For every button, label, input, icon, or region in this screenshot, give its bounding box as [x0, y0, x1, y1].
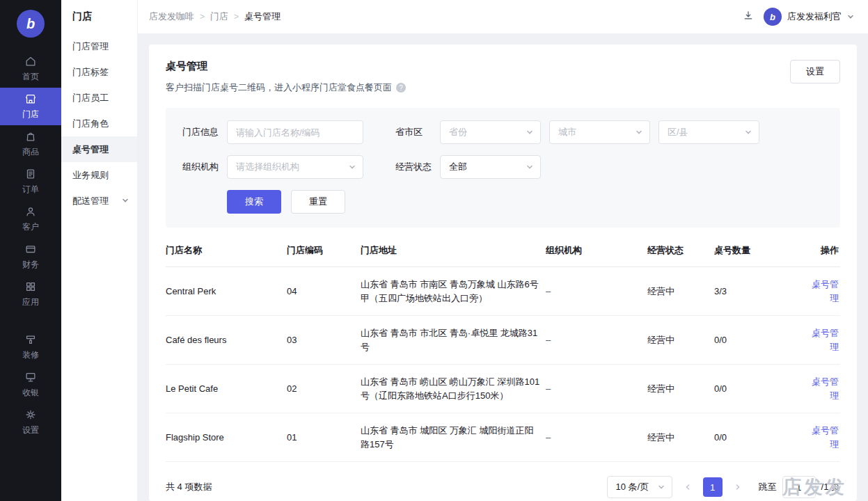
sidebar-item-decorate[interactable]: 装修	[0, 328, 61, 366]
sidebar-item-store[interactable]: 门店	[0, 88, 61, 125]
page-size-select[interactable]: 10 条/页	[607, 476, 672, 498]
table-row: Central Perk 04 山东省 青岛市 市南区 青岛万象城 山东路6号甲…	[166, 267, 840, 316]
submenu-item-table-management[interactable]: 桌号管理	[61, 136, 137, 162]
store-info-label: 门店信息	[182, 126, 219, 138]
content-area: 店发发咖啡 > 门店 > 桌号管理 b 店发发福利官 桌号管理	[138, 0, 868, 501]
submenu-item-delivery-management[interactable]: 配送管理	[61, 188, 137, 214]
chevron-down-icon	[745, 127, 752, 138]
org-select[interactable]: 请选择组织机构	[227, 155, 363, 179]
sidebar-item-label: 收银	[22, 387, 39, 399]
prev-page-button[interactable]	[678, 477, 697, 497]
chevron-down-icon	[526, 127, 533, 138]
table-manage-link[interactable]: 桌号管理	[812, 376, 839, 401]
cell-count: 3/3	[714, 274, 806, 309]
avatar: b	[764, 8, 782, 26]
logo-glyph: b	[26, 16, 35, 32]
breadcrumb-item-brand[interactable]: 店发发咖啡	[149, 10, 194, 23]
sidebar-item-label: 客户	[22, 221, 39, 233]
cell-action: 桌号管理	[806, 267, 840, 315]
store-icon	[24, 93, 37, 105]
cell-name: Le Petit Cafe	[166, 372, 287, 406]
primary-sidebar: b 首页 门店 商品 订单 客户 财务 应用	[0, 0, 61, 501]
chevron-down-icon	[636, 127, 642, 138]
filter-row-2: 组织机构 请选择组织机构 经营状态 全部	[182, 155, 823, 179]
sidebar-item-apps[interactable]: 应用	[0, 276, 61, 313]
cell-name: Café des fleurs	[166, 323, 287, 358]
col-store-address: 门店地址	[361, 234, 546, 267]
sidebar-item-label: 商品	[22, 146, 39, 158]
sidebar-item-orders[interactable]: 订单	[0, 163, 61, 200]
district-select[interactable]: 区/县	[658, 120, 759, 144]
download-icon[interactable]	[743, 10, 754, 24]
sidebar-item-label: 设置	[22, 424, 39, 436]
app-logo[interactable]: b	[17, 10, 45, 38]
sidebar-item-settings[interactable]: 设置	[0, 404, 61, 441]
submenu-item-store-tags[interactable]: 门店标签	[61, 59, 137, 85]
submenu-item-business-rules[interactable]: 业务规则	[61, 162, 137, 188]
cell-address: 山东省 青岛市 城阳区 万象汇 城阳街道正阳路157号	[361, 413, 546, 461]
grid-icon	[24, 280, 37, 293]
next-page-button[interactable]	[728, 477, 748, 497]
cell-action: 桌号管理	[806, 316, 840, 364]
col-actions: 操作	[806, 234, 840, 267]
col-store-name: 门店名称	[166, 234, 287, 267]
province-select[interactable]: 省份	[440, 120, 541, 144]
cell-name: Flagship Store	[166, 420, 287, 455]
sidebar-item-finance[interactable]: 财务	[0, 238, 61, 276]
breadcrumb-item-store[interactable]: 门店	[210, 10, 228, 23]
card-header: 桌号管理 客户扫描门店桌号二维码，进入小程序门店堂食点餐页面 ? 设置	[149, 45, 857, 108]
cell-status: 经营中	[647, 323, 714, 358]
sidebar-item-goods[interactable]: 商品	[0, 125, 61, 163]
paint-roller-icon	[24, 333, 37, 346]
filter-row-1: 门店信息 省市区 省份 城市 区/县	[182, 120, 823, 144]
info-icon[interactable]: ?	[396, 83, 406, 93]
sidebar-item-cashier[interactable]: 收银	[0, 366, 61, 404]
sidebar-item-home[interactable]: 首页	[0, 50, 61, 88]
cell-code: 02	[287, 372, 361, 406]
status-label: 经营状态	[395, 161, 432, 173]
store-search-input[interactable]	[227, 120, 363, 144]
cell-address: 山东省 青岛市 市北区 青岛·卓悦里 龙城路31号	[361, 316, 546, 364]
table-row: Flagship Store 01 山东省 青岛市 城阳区 万象汇 城阳街道正阳…	[166, 413, 840, 462]
search-button[interactable]: 搜索	[227, 190, 281, 214]
submenu-item-store-management[interactable]: 门店管理	[61, 33, 137, 59]
sidebar-item-customers[interactable]: 客户	[0, 200, 61, 238]
table-header: 门店名称 门店编码 门店地址 组织机构 经营状态 桌号数量 操作	[166, 234, 840, 267]
cell-org: –	[546, 323, 647, 358]
cell-status: 经营中	[647, 420, 714, 455]
table-manage-link[interactable]: 桌号管理	[812, 328, 839, 352]
cell-org: –	[546, 420, 647, 455]
cell-count: 0/0	[714, 420, 806, 455]
cell-code: 04	[287, 274, 361, 309]
settings-button[interactable]: 设置	[790, 60, 840, 84]
cell-count: 0/0	[714, 323, 806, 358]
page-title: 桌号管理	[166, 60, 406, 73]
table-manage-link[interactable]: 桌号管理	[812, 279, 839, 303]
chevron-down-icon	[526, 162, 533, 173]
cell-status: 经营中	[647, 274, 714, 309]
cell-code: 01	[287, 420, 361, 455]
filter-panel: 门店信息 省市区 省份 城市 区/县	[166, 108, 840, 228]
table-manage-link[interactable]: 桌号管理	[812, 425, 839, 450]
city-select[interactable]: 城市	[549, 120, 650, 144]
cell-action: 桌号管理	[806, 413, 840, 461]
filter-actions: 搜索 重置	[227, 190, 823, 214]
cell-address: 山东省 青岛市 崂山区 崂山万象汇 深圳路101号（辽阳东路地铁站A口步行150…	[361, 365, 546, 413]
cell-code: 03	[287, 323, 361, 358]
store-table: 门店名称 门店编码 门店地址 组织机构 经营状态 桌号数量 操作 Central…	[166, 234, 840, 462]
home-icon	[24, 55, 37, 67]
app-root: b 首页 门店 商品 订单 客户 财务 应用	[0, 0, 868, 501]
submenu-item-store-roles[interactable]: 门店角色	[61, 111, 137, 136]
cell-count: 0/0	[714, 372, 806, 406]
chevron-down-icon	[349, 162, 356, 173]
page-number-active[interactable]: 1	[703, 477, 723, 497]
col-store-code: 门店编码	[287, 234, 361, 267]
sidebar-item-label: 订单	[22, 184, 39, 196]
status-select[interactable]: 全部	[440, 155, 541, 179]
breadcrumb-item-current: 桌号管理	[244, 10, 281, 23]
submenu-item-store-staff[interactable]: 门店员工	[61, 85, 137, 111]
reset-button[interactable]: 重置	[291, 190, 345, 214]
region-label: 省市区	[395, 126, 432, 138]
topbar: 店发发咖啡 > 门店 > 桌号管理 b 店发发福利官	[138, 0, 868, 33]
user-menu[interactable]: b 店发发福利官	[764, 8, 854, 26]
